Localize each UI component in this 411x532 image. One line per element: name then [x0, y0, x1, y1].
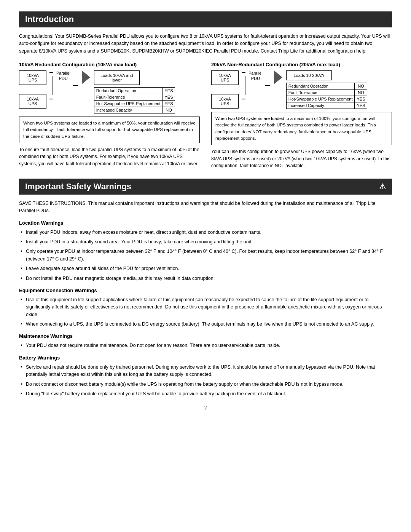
hliner — [265, 85, 270, 86]
safety-title: Important Safety Warnings — [25, 182, 131, 192]
config-left-title: 10kVA Redundant Configuration (10kVA max… — [19, 62, 200, 67]
list-item: Only operate your PDU at indoor temperat… — [19, 248, 392, 263]
intro-header: Introduction — [19, 11, 392, 27]
bottom-text-right: Your can use this configuration to grow … — [211, 148, 392, 169]
line2 — [49, 99, 53, 99]
list-item: Leave adequate space around all sides of… — [19, 265, 392, 272]
bracket-left — [49, 70, 53, 101]
note-left: When two UPS systems are loaded to a max… — [19, 117, 200, 143]
table-row: Redundant OperationYES — [94, 88, 175, 94]
loads-table-right: Loads 10-20kVA Redundant OperationNOFaul… — [286, 70, 368, 109]
ups1-right: 10kVA UPS — [211, 70, 239, 85]
config-left: 10kVA Redundant Configuration (10kVA max… — [19, 62, 200, 169]
intro-title: Introduction — [25, 14, 74, 24]
pdu-label-right: ParallelPDU — [249, 70, 263, 81]
ups2-right: 10kVA UPS — [211, 94, 239, 109]
config-right: 20kVA Non-Redundant Configuration (20kVA… — [211, 62, 392, 169]
line2r — [242, 99, 245, 99]
connector-left — [73, 70, 78, 101]
table-row: Hot-Swappable UPS ReplacementYES — [286, 96, 367, 102]
bullet-list: Use of this equipment in life support ap… — [19, 296, 392, 328]
loads-box-left: Loads 10kVA and lower — [94, 70, 140, 85]
list-item: Install your PDU indoors, away from exce… — [19, 229, 392, 236]
bracket-right — [242, 70, 245, 101]
list-item: When connecting to a UPS, the UPS is con… — [19, 321, 392, 328]
pdu-label-left: ParallelPDU — [56, 70, 70, 81]
loads-box-right: Loads 10-20kVA — [286, 70, 332, 80]
list-item: Your PDU does not require routine mainte… — [19, 342, 392, 349]
bullet-list: Service and repair should be done only b… — [19, 364, 392, 398]
subsection-title: Equipment Connection Warnings — [19, 288, 392, 293]
safety-subsections: Location WarningsInstall your PDU indoor… — [19, 220, 392, 398]
warning-icon: ⚠ — [379, 182, 386, 191]
hline — [73, 85, 78, 86]
bottom-text-left: To ensure fault-tolerance, load the two … — [19, 146, 200, 168]
safety-section: Important Safety Warnings ⚠ SAVE THESE I… — [19, 179, 392, 398]
table-row: Fault-ToleranceYES — [94, 94, 175, 101]
config-right-title: 20kVA Non-Redundant Configuration (20kVA… — [211, 62, 392, 67]
subsection-title: Location Warnings — [19, 220, 392, 226]
list-item: Do not install the PDU near magnetic sto… — [19, 275, 392, 282]
table-row: Hot-Swappable UPS ReplacementYES — [94, 101, 175, 107]
ups1-left: 10kVA UPS — [19, 70, 46, 85]
table-row: Increased CapacityYES — [286, 102, 367, 109]
table-row: Increased CapacityNO — [94, 107, 175, 113]
connector-right — [265, 70, 270, 101]
arrow-right — [274, 70, 282, 84]
subsection-title: Battery Warnings — [19, 355, 392, 361]
note-right: When two UPS systems are loaded to a max… — [211, 112, 392, 145]
list-item: Do not connect or disconnect battery mod… — [19, 381, 392, 388]
subsection-title: Maintenance Warnings — [19, 333, 392, 339]
vliner — [245, 76, 245, 95]
ups-stack-left: 10kVA UPS 10kVA UPS — [19, 70, 46, 109]
feature-table-left: Redundant OperationYESFault-ToleranceYES… — [94, 87, 175, 113]
table-row: Fault-ToleranceNO — [286, 89, 367, 96]
bullet-list: Install your PDU indoors, away from exce… — [19, 229, 392, 282]
list-item: During "hot-swap" battery module replace… — [19, 390, 392, 398]
list-item: Install your PDU in a structurally sound… — [19, 238, 392, 246]
bullet-list: Your PDU does not require routine mainte… — [19, 342, 392, 349]
intro-body: Congratulations! Your SUPDMB-Series Para… — [19, 33, 392, 55]
intro-section: Introduction Congratulations! Your SUPDM… — [19, 11, 392, 169]
ups2-left: 10kVA UPS — [19, 94, 46, 109]
arrow-left — [82, 70, 90, 84]
safety-intro: SAVE THESE INSTRUCTIONS. This manual con… — [19, 200, 392, 215]
safety-header: Important Safety Warnings ⚠ — [19, 179, 392, 195]
config-columns: 10kVA Redundant Configuration (10kVA max… — [19, 62, 392, 169]
table-row: Redundant OperationNO — [286, 83, 367, 89]
diagram-right: 10kVA UPS 10kVA UPS ParallelPDU Loads 10… — [211, 70, 392, 109]
vline — [53, 76, 53, 95]
page-number: 2 — [19, 405, 392, 411]
ups-stack-right: 10kVA UPS 10kVA UPS — [211, 70, 239, 109]
list-item: Service and repair should be done only b… — [19, 364, 392, 379]
diagram-left: 10kVA UPS 10kVA UPS ParallelPDU — [19, 70, 200, 113]
line1 — [49, 72, 53, 73]
feature-table-right: Redundant OperationNOFault-ToleranceNOHo… — [286, 83, 368, 109]
loads-table-left: Loads 10kVA and lower Redundant Operatio… — [94, 70, 175, 113]
list-item: Use of this equipment in life support ap… — [19, 296, 392, 318]
line1r — [242, 72, 245, 73]
